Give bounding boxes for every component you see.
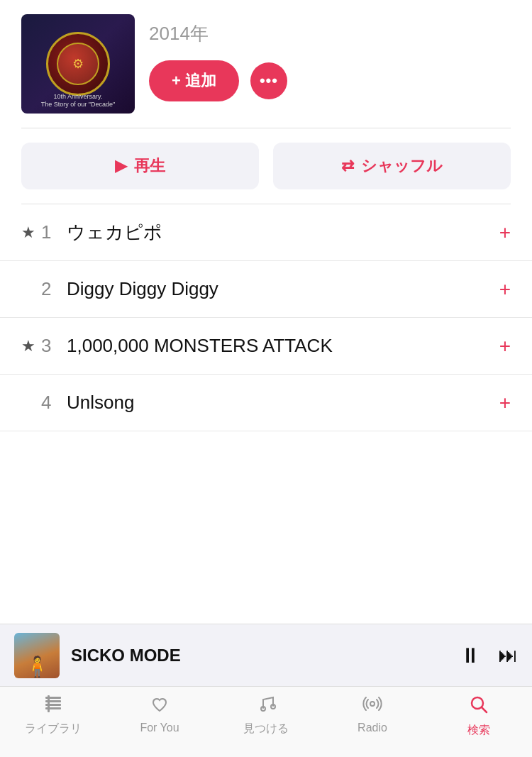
track-title: 1,000,000 MONSTERS ATTACK bbox=[67, 335, 492, 357]
search-icon bbox=[468, 694, 489, 720]
radio-icon bbox=[362, 694, 382, 719]
tab-discover-label: 見つける bbox=[243, 722, 289, 736]
add-track-button[interactable]: + bbox=[492, 221, 511, 244]
track-title: ウェカピポ bbox=[67, 220, 492, 245]
shuffle-label: シャッフル bbox=[361, 155, 443, 177]
track-title: Diggy Diggy Diggy bbox=[67, 278, 492, 300]
track-number: 3 bbox=[41, 335, 67, 357]
music-note-icon bbox=[256, 694, 276, 719]
tab-search-label: 検索 bbox=[467, 723, 490, 738]
add-track-button[interactable]: + bbox=[492, 278, 511, 301]
track-number: 2 bbox=[41, 278, 67, 300]
library-icon bbox=[43, 694, 63, 719]
svg-line-9 bbox=[482, 707, 487, 712]
star-icon: ★ bbox=[21, 280, 41, 299]
star-icon: ★ bbox=[21, 337, 41, 355]
svg-rect-4 bbox=[48, 695, 50, 712]
track-title: Unlsong bbox=[67, 392, 492, 414]
now-playing-title: SICKO MODE bbox=[60, 646, 460, 665]
next-button[interactable]: ⏭ bbox=[498, 643, 518, 667]
album-actions: + 追加 ••• bbox=[149, 60, 511, 101]
svg-point-7 bbox=[370, 702, 375, 706]
tab-bar: ライブラリ For You 見つける bbox=[0, 686, 532, 757]
play-icon: ▶ bbox=[115, 157, 127, 175]
table-row[interactable]: ★ 2 Diggy Diggy Diggy + bbox=[0, 261, 532, 318]
tab-for-you-label: For You bbox=[140, 722, 179, 734]
track-number: 1 bbox=[41, 221, 67, 243]
shuffle-icon: ⇄ bbox=[341, 157, 354, 175]
album-art-caption: 10th Anniversary. The Story of our "Deca… bbox=[21, 93, 135, 109]
now-playing-artwork: 🧍 bbox=[14, 633, 60, 678]
heart-icon bbox=[150, 694, 170, 719]
playback-controls: ▶ 再生 ⇄ シャッフル bbox=[0, 128, 532, 204]
star-icon: ★ bbox=[21, 394, 41, 412]
tab-search[interactable]: 検索 bbox=[426, 694, 532, 738]
play-label: 再生 bbox=[134, 155, 165, 177]
table-row[interactable]: ★ 4 Unlsong + bbox=[0, 375, 532, 431]
table-row[interactable]: ★ 1 ウェカピポ + bbox=[0, 204, 532, 261]
album-year: 2014年 bbox=[149, 21, 511, 46]
now-playing-controls: ⏸ ⏭ bbox=[460, 643, 518, 668]
add-button[interactable]: + 追加 bbox=[149, 60, 239, 101]
track-number: 4 bbox=[41, 392, 67, 414]
add-track-button[interactable]: + bbox=[492, 335, 511, 358]
more-button[interactable]: ••• bbox=[250, 62, 287, 99]
tab-library[interactable]: ライブラリ bbox=[0, 694, 106, 736]
tab-radio-label: Radio bbox=[358, 722, 387, 734]
album-art: ⚙ 10th Anniversary. The Story of our "De… bbox=[21, 14, 135, 114]
tab-library-label: ライブラリ bbox=[25, 722, 82, 736]
artwork-figure: 🧍 bbox=[25, 657, 50, 677]
play-button[interactable]: ▶ 再生 bbox=[21, 143, 259, 189]
pause-button[interactable]: ⏸ bbox=[460, 643, 481, 668]
tab-radio[interactable]: Radio bbox=[319, 694, 426, 734]
add-track-button[interactable]: + bbox=[492, 392, 511, 414]
now-playing-bar[interactable]: 🧍 SICKO MODE ⏸ ⏭ bbox=[0, 624, 532, 686]
tab-discover[interactable]: 見つける bbox=[213, 694, 319, 736]
table-row[interactable]: ★ 3 1,000,000 MONSTERS ATTACK + bbox=[0, 318, 532, 375]
album-header: ⚙ 10th Anniversary. The Story of our "De… bbox=[0, 0, 532, 128]
track-list: ★ 1 ウェカピポ + ★ 2 Diggy Diggy Diggy + ★ 3 … bbox=[0, 204, 532, 431]
star-icon: ★ bbox=[21, 223, 41, 242]
album-info: 2014年 + 追加 ••• bbox=[135, 14, 511, 101]
tab-for-you[interactable]: For You bbox=[106, 694, 213, 734]
shuffle-button[interactable]: ⇄ シャッフル bbox=[273, 143, 511, 189]
